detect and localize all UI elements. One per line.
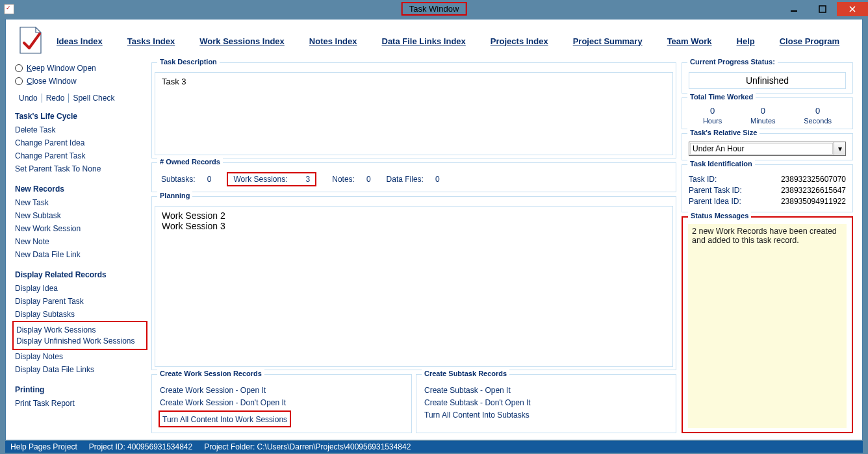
menu-ideas-index[interactable]: Ideas Index (57, 36, 103, 46)
parent-task-id-value: 238932326615647 (781, 186, 846, 195)
window-title: Task Window (402, 2, 467, 16)
planning-input[interactable]: Work Session 2 Work Session 3 (155, 206, 673, 367)
link-turn-all-into-ws[interactable]: Turn All Content Into Work Sessions (162, 415, 287, 424)
middle-panel: Task Description Task 3 # Owned Records … (151, 62, 676, 433)
parent-idea-id-label: Parent Idea ID: (689, 197, 741, 206)
group-total-time: Total Time Worked 0Hours 0Minutes 0Secon… (682, 97, 853, 129)
undo-link[interactable]: Undo (15, 94, 42, 103)
group-task-description: Task Description Task 3 (151, 62, 676, 158)
link-display-data-file-links[interactable]: Display Data File Links (15, 365, 146, 374)
app-icon (4, 4, 14, 14)
svg-rect-1 (819, 6, 826, 12)
radio-close-window[interactable]: Close Window (15, 77, 146, 86)
radio-label: Close Window (27, 77, 77, 86)
maximize-button[interactable] (808, 2, 837, 16)
link-print-task-report[interactable]: Print Task Report (15, 399, 146, 408)
left-panel: Keep Window Open Close Window Undo Redo … (15, 62, 146, 433)
owned-notes-label: Notes: (332, 175, 355, 184)
minutes-label: Minutes (750, 117, 776, 125)
minimize-button[interactable] (780, 2, 808, 16)
link-display-notes[interactable]: Display Notes (15, 352, 146, 361)
hours-label: Hours (703, 117, 722, 125)
relative-size-select[interactable]: Under An Hour ▾ (689, 142, 846, 156)
radio-icon (15, 64, 23, 72)
owned-subtasks-value: 0 (207, 175, 212, 184)
menu-team-work[interactable]: Team Work (667, 36, 712, 46)
task-identification-label: Task Identification (687, 160, 755, 168)
owned-work-sessions-value: 3 (306, 175, 311, 184)
link-new-subtask[interactable]: New Subtask (15, 211, 146, 220)
parent-idea-id-value: 238935094911922 (781, 197, 846, 206)
planning-line: Work Session 2 (162, 210, 666, 221)
owned-data-files-value: 0 (435, 175, 440, 184)
menu-projects-index[interactable]: Projects Index (491, 36, 548, 46)
menu-help[interactable]: Help (737, 36, 755, 46)
link-display-idea[interactable]: Display Idea (15, 284, 146, 293)
link-set-parent-task-none[interactable]: Set Parent Task To None (15, 164, 146, 173)
link-change-parent-task[interactable]: Change Parent Task (15, 151, 146, 160)
redo-link[interactable]: Redo (42, 94, 70, 103)
relative-size-value: Under An Hour (689, 142, 834, 155)
link-create-ws-open[interactable]: Create Work Session - Open It (160, 386, 403, 395)
radio-keep-window-open[interactable]: Keep Window Open (15, 64, 146, 73)
group-task-identification: Task Identification Task ID:238932325607… (682, 164, 853, 212)
heading-new-records: New Records (15, 184, 146, 194)
titlebar: Task Window (0, 0, 868, 18)
seconds-value: 0 (804, 106, 832, 116)
client-area: Ideas Index Tasks Index Work Sessions In… (5, 19, 863, 440)
link-new-task[interactable]: New Task (15, 198, 146, 207)
task-id-label: Task ID: (689, 175, 717, 184)
help-pages-project[interactable]: Help Pages Project (10, 442, 77, 451)
planning-line: Work Session 3 (162, 221, 666, 231)
status-messages-text: 2 new Work Records have been created and… (688, 224, 847, 428)
progress-status-value: Unfinished (689, 72, 846, 89)
radio-label: Keep Window Open (27, 64, 96, 73)
owned-notes-value: 0 (366, 175, 371, 184)
group-owned-records: # Owned Records Subtasks:0 Work Sessions… (151, 162, 676, 192)
project-id: Project ID: 400956931534842 (89, 442, 192, 451)
link-change-parent-idea[interactable]: Change Parent Idea (15, 138, 146, 147)
link-create-ws-noopen[interactable]: Create Work Session - Don't Open It (160, 398, 403, 407)
owned-data-files-label: Data Files: (387, 175, 424, 184)
menu-tasks-index[interactable]: Tasks Index (127, 36, 175, 46)
create-ws-label: Create Work Session Records (157, 370, 264, 377)
link-turn-all-into-subtasks[interactable]: Turn All Content Into Subtasks (424, 410, 668, 420)
owned-records-label: # Owned Records (157, 158, 223, 166)
chevron-down-icon: ▾ (834, 142, 845, 155)
menu-work-sessions-index[interactable]: Work Sessions Index (199, 36, 285, 46)
group-planning: Planning Work Session 2 Work Session 3 (151, 196, 676, 370)
heading-task-life-cycle: Task's Life Cycle (15, 112, 146, 121)
group-progress-status: Current Progress Status: Unfinished (682, 62, 853, 94)
hours-value: 0 (703, 106, 722, 116)
link-new-note[interactable]: New Note (15, 237, 146, 246)
link-delete-task[interactable]: Delete Task (15, 125, 146, 134)
seconds-label: Seconds (804, 117, 832, 125)
close-button[interactable] (837, 2, 868, 16)
heading-printing: Printing (15, 385, 146, 394)
link-display-parent-task[interactable]: Display Parent Task (15, 297, 146, 306)
spell-check-link[interactable]: Spell Check (69, 94, 118, 103)
task-description-input[interactable]: Task 3 (155, 72, 673, 155)
group-relative-size: Task's Relative Size Under An Hour ▾ (682, 133, 853, 160)
menu-notes-index[interactable]: Notes Index (309, 36, 357, 46)
owned-subtasks-label: Subtasks: (161, 175, 196, 184)
link-display-subtasks[interactable]: Display Subtasks (15, 310, 146, 319)
menubar: Ideas Index Tasks Index Work Sessions In… (6, 19, 862, 58)
menu-data-file-links-index[interactable]: Data File Links Index (382, 36, 466, 46)
minutes-value: 0 (750, 106, 776, 116)
group-create-subtask: Create Subtask Records Create Subtask - … (416, 374, 676, 433)
task-id-value: 238932325607070 (781, 175, 846, 184)
link-new-data-file-link[interactable]: New Data File Link (15, 250, 146, 259)
link-create-subtask-open[interactable]: Create Subtask - Open It (424, 386, 668, 395)
link-new-work-session[interactable]: New Work Session (15, 224, 146, 233)
link-create-subtask-noopen[interactable]: Create Subtask - Don't Open It (424, 398, 668, 407)
menu-project-summary[interactable]: Project Summary (573, 36, 643, 46)
group-status-messages: Status Messages 2 new Work Records have … (682, 216, 853, 433)
menu-close-program[interactable]: Close Program (780, 36, 839, 46)
heading-display-related: Display Related Records (15, 270, 146, 279)
link-display-unfinished-work-sessions[interactable]: Display Unfinished Work Sessions (16, 336, 145, 346)
link-display-work-sessions[interactable]: Display Work Sessions (16, 325, 145, 334)
planning-label: Planning (157, 192, 192, 199)
radio-icon (15, 77, 23, 85)
create-subtask-label: Create Subtask Records (422, 370, 509, 377)
